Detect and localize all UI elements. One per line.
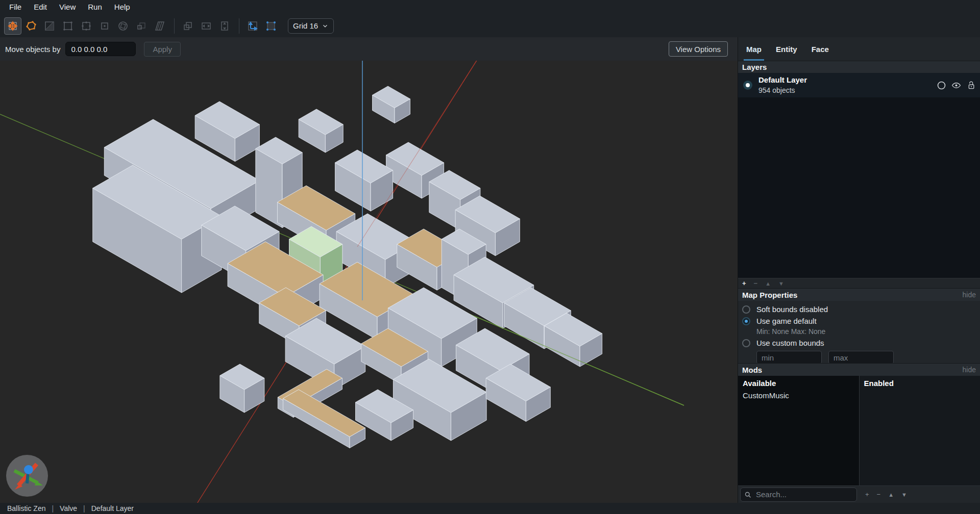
tab-entity[interactable]: Entity	[776, 37, 797, 61]
vertex-tool-button[interactable]	[22, 17, 40, 35]
layers-header-label: Layers	[742, 63, 767, 71]
layer-visibility-eye-icon[interactable]	[951, 81, 961, 90]
rotate-tool-icon	[117, 20, 129, 32]
menu-file[interactable]: File	[3, 0, 28, 14]
corner-select-tool-icon	[62, 20, 74, 32]
use-custom-bounds-option[interactable]: Use custom bounds	[738, 337, 980, 349]
map-properties-body: Soft bounds disabled Use game default Mi…	[738, 301, 980, 363]
move-objects-input[interactable]	[65, 42, 136, 56]
layer-color-circle-icon[interactable]	[937, 81, 946, 90]
mods-move-up-button[interactable]: ▲	[888, 492, 894, 498]
mods-columns: Available CustomMusic Enabled	[738, 376, 980, 485]
move-tool-button[interactable]	[4, 17, 21, 35]
clip-tool-icon	[43, 20, 56, 32]
bounds-min-input[interactable]	[756, 351, 822, 364]
mods-enabled-header: Enabled	[860, 376, 980, 390]
corner-select-tool-button[interactable]	[59, 17, 77, 35]
flip-vertical-tool-icon	[218, 20, 231, 32]
axis-gizmo-tool-icon	[247, 20, 259, 32]
panel-tabs: Map Entity Face	[738, 37, 980, 61]
mods-header-label: Mods	[742, 366, 762, 374]
soft-bounds-disabled-label: Soft bounds disabled	[756, 305, 828, 314]
soft-bounds-disabled-radio[interactable]	[742, 305, 750, 314]
mods-hide-link[interactable]: hide	[963, 366, 976, 374]
flip-horizontal-tool-icon	[200, 20, 212, 32]
flip-horizontal-tool-button[interactable]	[198, 17, 215, 35]
use-custom-bounds-label: Use custom bounds	[756, 339, 824, 347]
menu-run[interactable]: Run	[82, 0, 108, 14]
map-geometry	[0, 61, 738, 503]
status-bar: Ballistic Zen | Valve | Default Layer	[0, 503, 980, 514]
move-layer-down-button[interactable]: ▼	[778, 280, 784, 287]
menu-view[interactable]: View	[53, 0, 82, 14]
bounds-max-input[interactable]	[828, 351, 894, 364]
use-game-default-label: Use game default	[756, 317, 817, 325]
menu-help[interactable]: Help	[108, 0, 136, 14]
shear-tool-button[interactable]	[151, 17, 168, 35]
main-toolbar: Grid 16	[0, 14, 980, 37]
status-separator: |	[52, 504, 54, 512]
layer-list: Default Layer 954 objects	[738, 73, 980, 278]
clip-tool-button[interactable]	[41, 17, 58, 35]
remove-layer-button[interactable]: −	[754, 279, 758, 287]
layer-active-radio[interactable]	[743, 81, 752, 90]
center-select-tool-button[interactable]	[96, 17, 113, 35]
use-custom-bounds-radio[interactable]	[742, 339, 750, 347]
shear-tool-icon	[154, 20, 166, 32]
merge-tool-icon	[182, 20, 194, 32]
soft-bounds-disabled-option[interactable]: Soft bounds disabled	[738, 303, 980, 315]
axis-gizmo-tool-button[interactable]	[244, 17, 261, 35]
use-game-default-radio[interactable]	[742, 317, 750, 325]
add-layer-button[interactable]: +	[742, 279, 746, 287]
tab-map[interactable]: Map	[746, 37, 762, 61]
mods-add-button[interactable]: +	[865, 491, 869, 498]
mods-header: Mods hide	[738, 363, 980, 376]
move-tool-icon	[7, 20, 19, 32]
mods-search-input[interactable]	[740, 487, 857, 502]
menu-edit[interactable]: Edit	[28, 0, 53, 14]
use-game-default-option[interactable]: Use game default	[738, 315, 980, 327]
viewport-3d[interactable]	[0, 61, 738, 503]
vertex-tool-icon	[25, 20, 37, 32]
edge-select-tool-button[interactable]	[78, 17, 95, 35]
mods-available-column: Available CustomMusic	[738, 376, 859, 485]
layer-lock-open-icon[interactable]	[967, 81, 975, 90]
layer-row[interactable]: Default Layer 954 objects	[738, 73, 980, 97]
toolbar-separator	[174, 18, 175, 34]
orientation-gizmo[interactable]	[5, 454, 49, 498]
layer-name: Default Layer	[758, 75, 807, 85]
mods-remove-button[interactable]: −	[877, 491, 881, 498]
search-icon	[744, 491, 752, 499]
toolbar-separator	[239, 18, 239, 34]
edge-select-tool-icon	[80, 20, 92, 32]
chevron-down-icon	[322, 22, 329, 30]
move-layer-up-button[interactable]: ▲	[765, 280, 771, 287]
mods-available-item[interactable]: CustomMusic	[738, 390, 859, 401]
map-properties-header: Map Properties hide	[738, 288, 980, 301]
flip-vertical-tool-button[interactable]	[216, 17, 233, 35]
center-select-tool-icon	[99, 20, 111, 32]
status-engine-name: Valve	[60, 504, 77, 512]
bounds-tool-button[interactable]	[262, 17, 280, 35]
rotate-tool-button[interactable]	[114, 17, 132, 35]
move-objects-label: Move objects by	[5, 45, 60, 54]
layers-header: Layers	[738, 61, 980, 73]
tab-face[interactable]: Face	[812, 37, 829, 61]
offset-tool-button[interactable]	[133, 17, 150, 35]
status-game-name: Ballistic Zen	[7, 504, 45, 512]
right-panel: Map Entity Face Layers Default Layer 954…	[738, 37, 980, 503]
sub-toolbar: Move objects by Apply View Options	[0, 37, 738, 61]
grid-size-value: Grid 16	[293, 21, 318, 30]
map-properties-hide-link[interactable]: hide	[963, 291, 976, 299]
mods-move-down-button[interactable]: ▼	[901, 492, 907, 498]
map-properties-header-label: Map Properties	[742, 291, 797, 299]
merge-tool-button[interactable]	[179, 17, 197, 35]
mods-enabled-column: Enabled	[860, 376, 980, 485]
grid-size-select[interactable]: Grid 16	[288, 18, 334, 34]
layer-list-toolbar: + − ▲ ▼	[738, 278, 980, 288]
view-options-button[interactable]: View Options	[669, 41, 728, 57]
bounds-min-max-note: Min: None Max: None	[756, 327, 980, 337]
status-separator: |	[83, 504, 85, 512]
offset-tool-icon	[135, 20, 148, 32]
apply-button[interactable]: Apply	[144, 42, 181, 57]
